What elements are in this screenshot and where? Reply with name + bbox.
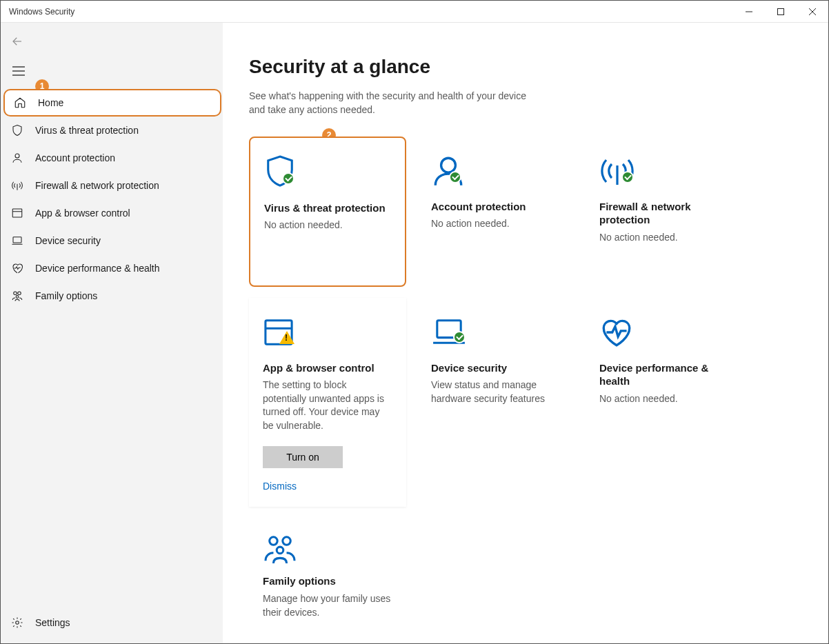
- titlebar: Windows Security: [1, 1, 828, 23]
- status-ok-icon: [453, 331, 466, 343]
- tile-desc: View status and manage hardware security…: [431, 379, 561, 405]
- sidebar-item-account[interactable]: Account protection: [1, 144, 223, 172]
- svg-point-15: [16, 296, 19, 299]
- sidebar-item-label: Family options: [35, 290, 97, 301]
- svg-point-25: [277, 547, 283, 554]
- back-button[interactable]: [3, 30, 31, 53]
- window-title: Windows Security: [9, 7, 74, 17]
- tile-account-protection[interactable]: Account protection No action needed.: [417, 137, 575, 287]
- person-icon: [431, 154, 466, 188]
- sidebar-item-label: Settings: [35, 617, 70, 628]
- home-icon: [13, 97, 27, 109]
- status-ok-icon: [449, 171, 461, 183]
- tile-desc: No action needed.: [599, 231, 729, 245]
- sidebar-item-devicesecurity[interactable]: Device security: [1, 227, 223, 254]
- status-ok-icon: [282, 172, 294, 185]
- minimize-button[interactable]: [733, 1, 765, 23]
- sidebar-item-label: Firewall & network protection: [35, 180, 159, 191]
- svg-rect-11: [13, 237, 21, 243]
- svg-point-24: [283, 537, 290, 545]
- sidebar-item-settings[interactable]: Settings: [1, 609, 223, 636]
- tile-app-browser[interactable]: App & browser control The setting to blo…: [249, 298, 406, 507]
- heart-icon: [599, 316, 634, 348]
- tile-desc: No action needed.: [431, 217, 561, 231]
- svg-point-16: [16, 621, 19, 625]
- sidebar-item-label: Account protection: [35, 152, 115, 163]
- tile-device-performance[interactable]: Device performance & health No action ne…: [586, 298, 743, 507]
- sidebar-item-home[interactable]: Home: [3, 89, 221, 117]
- sidebar: 1 Home Virus & threat protection Account…: [1, 23, 223, 643]
- page-subtitle: See what's happening with the security a…: [249, 89, 539, 117]
- gear-icon: [10, 616, 24, 629]
- maximize-button[interactable]: [765, 1, 797, 23]
- sidebar-item-performance[interactable]: Device performance & health: [1, 254, 223, 282]
- svg-point-13: [14, 292, 17, 295]
- laptop-icon: [10, 234, 24, 247]
- tile-virus-threat[interactable]: Virus & threat protection No action need…: [249, 137, 406, 287]
- tile-title: Device performance & health: [599, 361, 729, 388]
- sidebar-item-appbrowser[interactable]: App & browser control: [1, 199, 223, 227]
- dismiss-link[interactable]: Dismiss: [263, 481, 392, 492]
- tile-family[interactable]: Family options Manage how your family us…: [249, 518, 406, 634]
- antenna-icon: [10, 179, 24, 192]
- status-warning-icon: [279, 331, 294, 344]
- shield-icon: [10, 124, 24, 137]
- family-icon: [263, 534, 297, 563]
- svg-rect-9: [12, 209, 22, 217]
- tile-title: Device security: [431, 361, 561, 375]
- tile-device-security[interactable]: Device security View status and manage h…: [417, 298, 575, 507]
- tile-firewall[interactable]: Firewall & network protection No action …: [586, 137, 743, 287]
- browser-icon: [10, 207, 24, 219]
- shield-icon: [264, 155, 296, 190]
- tile-title: Firewall & network protection: [599, 200, 729, 227]
- sidebar-item-label: Virus & threat protection: [35, 125, 139, 136]
- tile-desc: No action needed.: [599, 392, 729, 406]
- content-area: Security at a glance See what's happenin…: [223, 23, 828, 643]
- person-icon: [10, 152, 24, 164]
- svg-point-17: [441, 158, 456, 172]
- sidebar-item-label: App & browser control: [35, 208, 130, 219]
- status-ok-icon: [621, 171, 634, 183]
- turn-on-button[interactable]: Turn on: [263, 446, 343, 468]
- tile-title: Virus & threat protection: [264, 201, 391, 215]
- tile-title: Family options: [263, 574, 392, 588]
- svg-point-7: [15, 154, 19, 158]
- tile-title: Account protection: [431, 200, 561, 214]
- sidebar-item-label: Home: [38, 97, 63, 108]
- svg-point-14: [18, 292, 21, 295]
- sidebar-item-firewall[interactable]: Firewall & network protection: [1, 172, 223, 199]
- tile-title: App & browser control: [263, 361, 392, 375]
- hamburger-button[interactable]: [5, 57, 32, 85]
- sidebar-item-label: Device performance & health: [35, 263, 160, 274]
- heart-icon: [10, 262, 24, 274]
- tile-desc: Manage how your family uses their device…: [263, 592, 392, 619]
- tile-desc: The setting to block potentially unwante…: [263, 379, 392, 432]
- svg-rect-1: [778, 8, 784, 14]
- sidebar-item-label: Device security: [35, 235, 101, 246]
- tile-desc: No action needed.: [264, 219, 391, 232]
- svg-point-23: [270, 537, 277, 545]
- page-title: Security at a glance: [249, 56, 828, 78]
- sidebar-item-family[interactable]: Family options: [1, 282, 223, 310]
- sidebar-item-virus[interactable]: Virus & threat protection: [1, 117, 223, 144]
- tiles-grid: 2 Virus & threat protection No action ne…: [249, 137, 773, 635]
- family-icon: [10, 290, 24, 302]
- close-button[interactable]: [797, 1, 828, 23]
